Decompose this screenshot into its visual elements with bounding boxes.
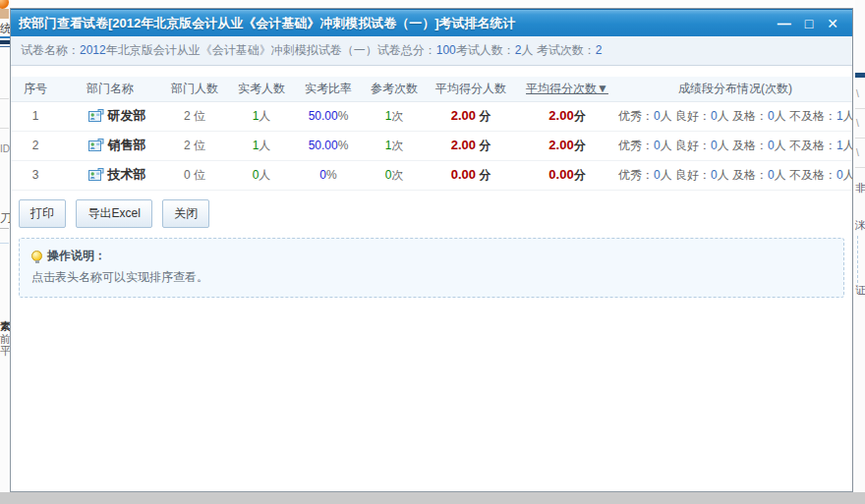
cell-ref-times: 1次 xyxy=(363,101,426,131)
header-index[interactable]: 序号 xyxy=(11,77,60,101)
cell-index: 1 xyxy=(11,101,60,131)
note-title: 操作说明： xyxy=(47,249,106,262)
cell-index: 3 xyxy=(11,160,60,190)
minimize-icon[interactable]: — xyxy=(778,17,791,30)
background-divider xyxy=(0,128,9,129)
header-ref-times[interactable]: 参考次数 xyxy=(363,77,426,101)
info-value-exam-times: 2 xyxy=(596,43,603,57)
ranking-table: 序号 部门名称 部门人数 实考人数 实考比率 参考次数 平均得分人数 平均得分次… xyxy=(11,77,852,191)
info-value-total-score: 100 xyxy=(436,43,456,57)
department-name: 销售部 xyxy=(108,138,146,152)
cell-actual-ratio: 50.00% xyxy=(294,131,363,160)
maximize-icon[interactable]: □ xyxy=(805,17,813,30)
cell-avg-score-person: 2.00 分 xyxy=(426,101,516,131)
background-divider xyxy=(855,138,865,139)
cell-avg-score-times: 0.00分 xyxy=(516,160,618,190)
info-label: 年北京版会计从业《会计基础》冲刺模拟试卷（一）试卷总分： xyxy=(106,43,436,57)
header-department[interactable]: 部门名称 xyxy=(60,77,160,101)
header-distribution[interactable]: 成绩段分布情况(次数) xyxy=(618,77,852,101)
background-text-fragment: 非 xyxy=(855,181,865,196)
background-text-fragment: 刀 xyxy=(0,210,10,227)
header-avg-score-times-sorted[interactable]: 平均得分次数▼ xyxy=(516,77,618,101)
cell-dept-people: 2 位 xyxy=(160,101,229,131)
cell-distribution: 优秀：0人 良好：0人 及格：0人 不及格：0人 xyxy=(618,160,852,190)
background-divider xyxy=(0,98,9,99)
cell-dept-people: 0 位 xyxy=(160,160,229,190)
background-divider xyxy=(0,36,10,38)
cell-avg-score-person: 0.00 分 xyxy=(426,160,516,190)
exam-info-bar: 试卷名称：2012年北京版会计从业《会计基础》冲刺模拟试卷（一）试卷总分：100… xyxy=(11,36,852,66)
window-controls: — □ ✕ xyxy=(778,17,838,30)
cell-ref-times: 0次 xyxy=(363,160,426,190)
background-divider xyxy=(855,167,865,168)
cell-department: 研发部 xyxy=(60,101,160,131)
exam-ranking-dialog: 按部门查看试卷[2012年北京版会计从业《会计基础》冲刺模拟试卷（一）]考试排名… xyxy=(10,8,853,492)
background-text-fragment: ID xyxy=(0,143,10,154)
background-page-right-strip: \ \ \ 非 洣 证 xyxy=(855,0,865,504)
background-divider xyxy=(0,46,10,47)
department-name: 研发部 xyxy=(108,108,146,123)
info-value-year: 2012 xyxy=(80,43,106,57)
table-row: 3 技术部 0 位 0人 0% 0次 0.00 分 0.00分 优秀：0人 良好… xyxy=(11,160,852,190)
cell-actual-ratio: 50.00% xyxy=(294,101,363,131)
close-icon[interactable]: ✕ xyxy=(827,17,838,30)
background-bottom-bar xyxy=(0,492,865,504)
table-row: 2 销售部 2 位 1人 50.00% 1次 2.00 分 2.00分 优秀：0… xyxy=(11,131,852,160)
cell-avg-score-times: 2.00分 xyxy=(516,101,618,131)
department-icon xyxy=(88,170,104,184)
background-divider xyxy=(0,228,9,229)
screen: 统 ID 刀 素 前 平 \ \ \ 非 洣 证 按部门查看试卷[2012年北京… xyxy=(0,0,865,504)
header-dept-people[interactable]: 部门人数 xyxy=(160,77,229,101)
background-text-fragment: 洣 xyxy=(855,218,865,233)
header-avg-score-person[interactable]: 平均得分人数 xyxy=(426,77,516,101)
department-icon xyxy=(88,111,104,125)
cell-actual-people: 1人 xyxy=(229,131,294,160)
department-name: 技术部 xyxy=(108,167,146,182)
cell-actual-ratio: 0% xyxy=(294,160,363,190)
background-glyph: \ xyxy=(856,88,859,99)
cell-department: 销售部 xyxy=(60,131,160,160)
cell-distribution: 优秀：0人 良好：0人 及格：0人 不及格：1人 xyxy=(618,131,852,160)
header-actual-people[interactable]: 实考人数 xyxy=(229,77,294,101)
info-label: 考试人数： xyxy=(456,43,515,57)
cell-distribution: 优秀：0人 良好：0人 及格：0人 不及格：1人 xyxy=(618,101,852,131)
background-text-fragment: 统 xyxy=(0,21,10,37)
background-page-left-strip: 统 ID 刀 素 前 平 xyxy=(0,0,10,504)
background-text-fragment: 平 xyxy=(0,344,10,359)
cell-index: 2 xyxy=(11,131,60,160)
background-glyph: \ xyxy=(856,147,859,158)
department-icon xyxy=(88,140,104,154)
button-row: 打印 导出Excel 关闭 xyxy=(19,199,852,228)
background-fragment xyxy=(0,9,9,19)
cell-actual-people: 1人 xyxy=(229,101,294,131)
print-button[interactable]: 打印 xyxy=(19,199,66,228)
info-label: 人 考试次数： xyxy=(521,43,595,57)
cell-ref-times: 1次 xyxy=(363,131,426,160)
cell-avg-score-person: 2.00 分 xyxy=(426,131,516,160)
operation-note: 操作说明： 点击表头名称可以实现排序查看。 xyxy=(19,238,844,298)
close-button[interactable]: 关闭 xyxy=(162,199,209,228)
dialog-title: 按部门查看试卷[2012年北京版会计从业《会计基础》冲刺模拟试卷（一）]考试排名… xyxy=(19,15,778,32)
background-divider xyxy=(855,73,865,78)
header-actual-ratio[interactable]: 实考比率 xyxy=(294,77,363,101)
dialog-titlebar[interactable]: 按部门查看试卷[2012年北京版会计从业《会计基础》冲刺模拟试卷（一）]考试排名… xyxy=(11,9,852,36)
table-row: 1 研发部 2 位 1人 50.00% 1次 2.00 分 2.00分 优秀：0… xyxy=(11,101,852,131)
cell-actual-people: 0人 xyxy=(229,160,294,190)
background-divider xyxy=(855,108,865,109)
background-divider xyxy=(0,243,9,244)
cell-department: 技术部 xyxy=(60,160,160,190)
table-header-row: 序号 部门名称 部门人数 实考人数 实考比率 参考次数 平均得分人数 平均得分次… xyxy=(11,77,852,101)
lightbulb-icon xyxy=(31,251,42,261)
note-text: 点击表头名称可以实现排序查看。 xyxy=(31,269,832,286)
export-excel-button[interactable]: 导出Excel xyxy=(76,199,151,228)
info-label: 试卷名称： xyxy=(21,43,80,57)
background-glyph: \ xyxy=(856,118,859,129)
background-divider xyxy=(857,236,858,293)
cell-dept-people: 2 位 xyxy=(160,131,229,160)
cell-avg-score-times: 2.00分 xyxy=(516,131,618,160)
background-divider xyxy=(0,40,10,44)
background-orange-dot xyxy=(0,0,9,9)
